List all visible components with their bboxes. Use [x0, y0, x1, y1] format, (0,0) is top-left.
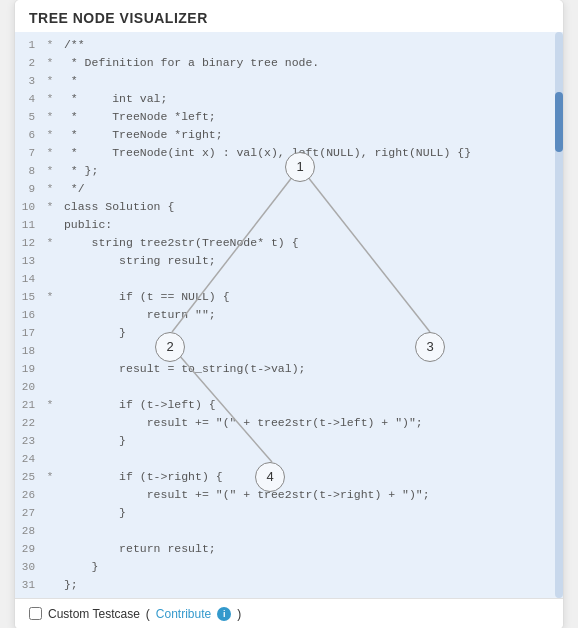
line-number: 2 [15, 54, 43, 72]
table-row: 29 return result; [15, 540, 563, 558]
table-row: 2* * Definition for a binary tree node. [15, 54, 563, 72]
line-content: public: [57, 216, 112, 234]
table-row: 30 } [15, 558, 563, 576]
line-number: 17 [15, 324, 43, 342]
line-content: result = to_string(t->val); [57, 360, 305, 378]
line-star: * [43, 72, 57, 90]
line-star: * [43, 54, 57, 72]
table-row: 9* */ [15, 180, 563, 198]
line-star: * [43, 126, 57, 144]
line-content: result += "(" + tree2str(t->right) + ")"… [57, 486, 430, 504]
line-number: 11 [15, 216, 43, 234]
main-container: TREE NODE VISUALIZER 1* /**2* * Definiti… [14, 0, 564, 628]
line-content: return ""; [57, 306, 216, 324]
table-row: 12* string tree2str(TreeNode* t) { [15, 234, 563, 252]
table-row: 23 } [15, 432, 563, 450]
line-content: if (t->left) { [57, 396, 216, 414]
code-wrapper: 1* /**2* * Definition for a binary tree … [15, 32, 563, 598]
line-content: result += "(" + tree2str(t->left) + ")"; [57, 414, 423, 432]
line-content: }; [57, 576, 78, 594]
line-content: if (t == NULL) { [57, 288, 230, 306]
line-star: * [43, 144, 57, 162]
title-bar: TREE NODE VISUALIZER [15, 0, 563, 32]
line-number: 12 [15, 234, 43, 252]
checkbox-area: Custom Testcase ( Contribute i ) [29, 607, 241, 621]
line-content: * int val; [57, 90, 167, 108]
line-content: class Solution { [57, 198, 174, 216]
line-star: * [43, 108, 57, 126]
line-star: * [43, 234, 57, 252]
line-number: 9 [15, 180, 43, 198]
line-number: 21 [15, 396, 43, 414]
line-content: * Definition for a binary tree node. [57, 54, 319, 72]
line-number: 3 [15, 72, 43, 90]
page-title: TREE NODE VISUALIZER [29, 10, 549, 26]
scrollbar-thumb[interactable] [555, 92, 563, 152]
line-content: */ [57, 180, 85, 198]
line-number: 28 [15, 522, 43, 540]
line-number: 25 [15, 468, 43, 486]
contribute-link[interactable]: Contribute [156, 607, 211, 621]
table-row: 24 [15, 450, 563, 468]
line-number: 27 [15, 504, 43, 522]
footer: Custom Testcase ( Contribute i ) [15, 598, 563, 629]
table-row: 13 string result; [15, 252, 563, 270]
info-icon[interactable]: i [217, 607, 231, 621]
line-number: 31 [15, 576, 43, 594]
line-number: 22 [15, 414, 43, 432]
line-content: } [57, 504, 126, 522]
line-star: * [43, 468, 57, 486]
table-row: 15* if (t == NULL) { [15, 288, 563, 306]
line-number: 13 [15, 252, 43, 270]
line-content: * TreeNode(int x) : val(x), left(NULL), … [57, 144, 471, 162]
line-content: } [57, 558, 98, 576]
table-row: 31 }; [15, 576, 563, 594]
line-number: 16 [15, 306, 43, 324]
line-number: 10 [15, 198, 43, 216]
table-row: 21* if (t->left) { [15, 396, 563, 414]
line-number: 30 [15, 558, 43, 576]
line-star: * [43, 396, 57, 414]
line-content: * [57, 72, 78, 90]
custom-testcase-label: Custom Testcase [48, 607, 140, 621]
line-number: 7 [15, 144, 43, 162]
line-number: 5 [15, 108, 43, 126]
table-row: 18 [15, 342, 563, 360]
table-row: 27 } [15, 504, 563, 522]
line-star: * [43, 36, 57, 54]
scrollbar[interactable] [555, 32, 563, 598]
line-star: * [43, 180, 57, 198]
table-row: 11 public: [15, 216, 563, 234]
line-star: * [43, 288, 57, 306]
line-number: 8 [15, 162, 43, 180]
line-star: * [43, 90, 57, 108]
line-number: 4 [15, 90, 43, 108]
table-row: 22 result += "(" + tree2str(t->left) + "… [15, 414, 563, 432]
table-row: 5* * TreeNode *left; [15, 108, 563, 126]
line-number: 24 [15, 450, 43, 468]
line-number: 18 [15, 342, 43, 360]
table-row: 14 [15, 270, 563, 288]
line-number: 23 [15, 432, 43, 450]
line-number: 20 [15, 378, 43, 396]
code-area: 1* /**2* * Definition for a binary tree … [15, 32, 563, 598]
main-area: 1* /**2* * Definition for a binary tree … [15, 32, 563, 598]
table-row: 16 return ""; [15, 306, 563, 324]
line-number: 14 [15, 270, 43, 288]
line-number: 19 [15, 360, 43, 378]
line-content: string result; [57, 252, 216, 270]
table-row: 25* if (t->right) { [15, 468, 563, 486]
table-row: 4* * int val; [15, 90, 563, 108]
table-row: 1* /** [15, 36, 563, 54]
line-star: * [43, 198, 57, 216]
custom-testcase-checkbox[interactable] [29, 607, 42, 620]
table-row: 10* class Solution { [15, 198, 563, 216]
line-content: * TreeNode *right; [57, 126, 223, 144]
table-row: 8* * }; [15, 162, 563, 180]
line-content: /** [57, 36, 85, 54]
line-star: * [43, 162, 57, 180]
line-content: } [57, 432, 126, 450]
line-content: return result; [57, 540, 216, 558]
table-row: 19 result = to_string(t->val); [15, 360, 563, 378]
line-content: if (t->right) { [57, 468, 223, 486]
